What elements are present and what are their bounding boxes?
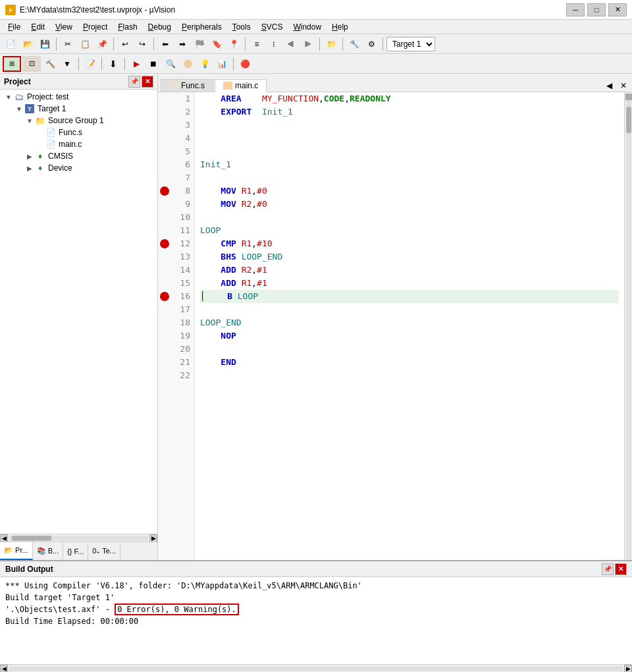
breakpoint-slot[interactable] [158,356,171,369]
tb-misc2[interactable]: ⚙ [363,36,379,52]
build-scroll-left[interactable]: ◀ [0,665,8,673]
menu-help[interactable]: Help [327,21,354,33]
menu-view[interactable]: View [50,21,78,33]
menu-peripherals[interactable]: Peripherals [176,21,227,33]
breakpoint-slot[interactable] [158,369,171,382]
tb-misc1[interactable]: 🔧 [346,36,362,52]
tb-new[interactable]: 📄 [3,36,18,52]
tb2-3[interactable]: 🔨 [42,56,58,72]
breakpoint-slot[interactable] [158,158,171,171]
h-scroll-left-btn[interactable]: ◀ [0,534,8,542]
target-select[interactable]: Target 1 [386,37,435,51]
menu-window[interactable]: Window [288,21,327,33]
breakpoint-slot[interactable] [158,184,171,198]
tb2-1[interactable]: ⊞ [3,56,21,72]
code-tab-funcs[interactable]: Func.s [161,79,213,92]
breakpoint-slot[interactable] [158,237,171,250]
code-tab-mainc[interactable]: main.c [215,79,267,92]
project-h-scrollbar[interactable]: ◀ ▶ [0,534,157,542]
panel-tab-books[interactable]: 📚 B... [33,542,64,560]
tb-paste[interactable]: 📌 [94,36,110,52]
menu-svcs[interactable]: SVCS [256,21,288,33]
breakpoint-slot[interactable] [158,290,171,303]
breakpoint-slot[interactable] [158,211,171,224]
tb2-debug-start[interactable]: ▶ [128,56,144,72]
build-h-scrollbar[interactable]: ◀ ▶ [0,664,632,672]
tb2-2[interactable]: ⊡ [22,56,41,72]
tb2-4[interactable]: ▼ [59,56,75,72]
breakpoint-slot[interactable] [158,264,171,277]
tb-bookmark-next[interactable]: ➡ [174,36,190,52]
tb-bookmark1[interactable]: 🏁 [192,36,207,52]
tb2-debug-3[interactable]: 🔍 [163,56,178,72]
breakpoint-slot[interactable] [158,224,171,237]
code-content[interactable]: AREA MY_FUNCTION,CODE,READONLY EXPORT In… [195,92,624,560]
tree-project-root[interactable]: ▼ 🗂 Project: test [1,91,156,103]
panel-pin-btn[interactable]: 📌 [128,76,140,88]
build-scroll-right[interactable]: ▶ [624,665,632,673]
scroll-thumb[interactable] [626,107,631,133]
menu-flash[interactable]: Flash [113,21,142,33]
maximize-button[interactable]: □ [587,3,606,16]
tb-align3[interactable]: ⫷ [283,36,299,52]
tb-align4[interactable]: ⫸ [300,36,316,52]
tb2-misc[interactable]: 🔴 [237,56,253,72]
scroll-up-btn[interactable] [625,94,632,100]
tb2-download[interactable]: ⬇ [105,56,121,72]
breakpoint-slot[interactable] [158,343,171,356]
breakpoint-slot[interactable] [158,303,171,316]
tb-save[interactable]: 💾 [37,36,53,52]
breakpoint-slot[interactable] [158,277,171,290]
tb-folder[interactable]: 📁 [323,36,339,52]
menu-tools[interactable]: Tools [227,21,256,33]
close-button[interactable]: ✕ [608,3,627,16]
tab-close-btn[interactable]: ✕ [618,80,629,92]
breakpoint-slot[interactable] [158,198,171,211]
menu-edit[interactable]: Edit [26,21,50,33]
tb-cut[interactable]: ✂ [60,36,76,52]
panel-tab-templates[interactable]: 0₊ Te... [88,542,120,560]
breakpoint-slot[interactable] [158,145,171,158]
tb-undo[interactable]: ↩ [117,36,133,52]
tb-bookmark2[interactable]: 🔖 [209,36,224,52]
tree-cmsis[interactable]: ▶ ♦ CMSIS [1,150,156,162]
tree-source-group[interactable]: ▼ 📁 Source Group 1 [1,115,156,126]
breakpoint-slot[interactable] [158,316,171,329]
build-output-close[interactable]: ✕ [615,563,627,575]
breakpoint-slot[interactable] [158,105,171,119]
tb2-debug-stop[interactable]: ⏹ [145,56,161,72]
tab-arrow-left[interactable]: ◀ [604,80,615,92]
menu-project[interactable]: Project [78,21,113,33]
breakpoint-slot[interactable] [158,119,171,132]
tb-copy[interactable]: 📋 [77,36,93,52]
panel-tab-project[interactable]: 📂 Pr... [0,542,33,560]
tb-bookmark3[interactable]: 📍 [226,36,242,52]
panel-tab-functions[interactable]: {} F... [63,542,88,560]
tree-target1[interactable]: ▼ T Target 1 [1,103,156,115]
tb2-debug-5[interactable]: 💡 [197,56,213,72]
h-scroll-right-btn[interactable]: ▶ [149,534,157,542]
tree-file-mainc[interactable]: 📄 main.c [1,138,156,150]
build-output-pin[interactable]: 📌 [602,563,614,575]
tb-bookmark-prev[interactable]: ⬅ [157,36,173,52]
tb-align[interactable]: ≡ [249,36,265,52]
breakpoint-slot[interactable] [158,250,171,264]
tree-file-funcs[interactable]: 📄 Func.s [1,126,156,138]
tb2-5[interactable]: 📝 [82,56,98,72]
tb2-debug-6[interactable]: 📊 [214,56,230,72]
panel-close-btn[interactable]: ✕ [142,76,153,88]
tb-align2[interactable]: ⫶ [266,36,282,52]
tb2-debug-4[interactable]: 🔆 [180,56,196,72]
tb-open[interactable]: 📂 [20,36,36,52]
breakpoint-slot[interactable] [158,171,171,184]
menu-debug[interactable]: Debug [143,21,176,33]
breakpoint-slot[interactable] [158,132,171,145]
breakpoint-slot[interactable] [158,329,171,343]
menu-file[interactable]: File [3,21,26,33]
right-scrollbar[interactable] [624,92,632,560]
breakpoint-slot[interactable] [158,92,171,105]
h-scroll-thumb[interactable] [12,536,51,541]
tb-redo[interactable]: ↪ [134,36,150,52]
tree-device[interactable]: ▶ ♦ Device [1,162,156,174]
minimize-button[interactable]: ─ [566,3,585,16]
